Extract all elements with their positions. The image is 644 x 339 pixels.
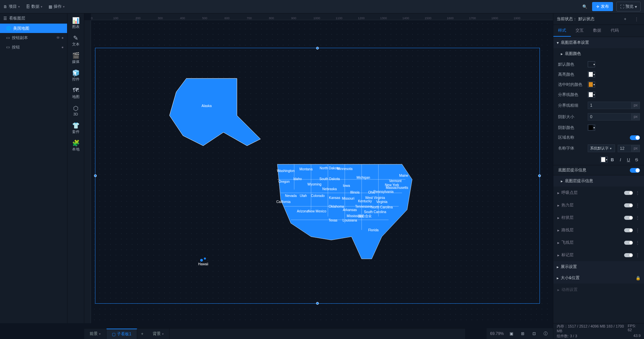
state-label: Florida [368, 228, 379, 232]
add-state-button[interactable]: ＋ [621, 15, 629, 23]
font-color-picker[interactable]: ▾ [600, 157, 608, 163]
color-picker-border[interactable]: ▾ [588, 92, 595, 98]
menu-project[interactable]: 🗎 项目 ▾ [3, 4, 20, 9]
layer-more-button[interactable]: ⋮ [636, 191, 640, 195]
section-base-color[interactable]: ▸ 底图颜色 [553, 48, 644, 59]
tooltip-toggle[interactable] [630, 168, 640, 173]
usa-map[interactable]: Alaska Washington Montana North Dakota M… [95, 48, 540, 304]
selection-bounds[interactable]: Alaska Washington Montana North Dakota M… [95, 48, 540, 304]
publish-button[interactable]: ✈ 发布 [592, 2, 613, 11]
layer-more-button[interactable]: ⋮ [636, 253, 640, 258]
font-size-input[interactable] [618, 145, 632, 152]
tab-interact[interactable]: 交互 [571, 25, 588, 37]
layer-item-usa-map[interactable]: 🌐美国地图 [0, 24, 67, 33]
layers-icon: ☰ [3, 16, 7, 21]
layer-toggle-label: 路线层 [561, 227, 574, 233]
area-name-toggle[interactable] [630, 135, 640, 140]
border-width-input[interactable] [588, 102, 632, 109]
state-label-alaska: Alaska [202, 104, 212, 108]
prop-label: 名称字体 [558, 145, 585, 151]
underline-button[interactable]: U [625, 156, 632, 163]
layout-icon[interactable]: ⊡ [530, 330, 538, 338]
ruler-horizontal: 0100200300400500600700800900100011001200… [91, 13, 553, 20]
section-base-settings[interactable]: ▾ 底图层基本设置 [553, 37, 644, 48]
layer-toggle-1[interactable]: ▸热力层⋮ [553, 199, 644, 211]
section-display[interactable]: ▸ 展示设置 [553, 261, 644, 272]
section-tooltip[interactable]: ▸ 底图层提示信息 [553, 175, 644, 187]
font-value: 系统默认字 [590, 146, 609, 151]
search-button[interactable]: 🔍 [581, 3, 589, 11]
tab-data[interactable]: 数据 [588, 25, 606, 37]
layer-toggle-2[interactable]: ▸柱状层⋮ [553, 211, 644, 224]
layer-more-button[interactable]: ⋮ [636, 215, 640, 220]
tab-back[interactable]: 背景▾ [147, 329, 170, 339]
properties-scroll[interactable]: ▾ 底图层基本设置 ▸ 底图颜色 默认颜色 ▾ 高亮颜色 ▾ 选中时的颜色 [553, 37, 644, 323]
tool-media[interactable]: 🎬媒体 [69, 50, 83, 66]
add-tab-button[interactable]: ＋ [137, 331, 147, 337]
layer-more-button[interactable]: ⋮ [636, 203, 640, 208]
ruler-mark: 500 [202, 16, 207, 20]
tab-front[interactable]: 前景▾ [84, 329, 106, 339]
tool-text[interactable]: ✎文本 [69, 33, 83, 48]
lock-icon[interactable]: 🔒 [636, 276, 641, 280]
section-animation[interactable]: ▸动画设置 [553, 283, 644, 296]
layer-toggle-label: 标记层 [561, 252, 574, 258]
color-picker-default[interactable]: ▾ [588, 61, 595, 67]
italic-button[interactable]: I [617, 156, 624, 163]
tab-style[interactable]: 样式 [553, 25, 571, 37]
info-icon[interactable]: ⓘ [542, 330, 550, 338]
layer-item-button-copy[interactable]: ▭按钮副本 👁● [0, 33, 67, 42]
layer-toggle-0[interactable]: ▸呼吸点层⋮ [553, 187, 644, 199]
canvas-inner[interactable]: Alaska Washington Montana North Dakota M… [92, 21, 552, 323]
tool-chart[interactable]: 📊图表 [69, 15, 83, 31]
dot-icon[interactable]: ● [61, 45, 64, 49]
layer-visibility-toggle[interactable] [624, 253, 633, 257]
state-hawaii-2[interactable] [204, 258, 206, 260]
chevron-down-icon: ▾ [593, 73, 595, 76]
layer-visibility-toggle[interactable] [624, 241, 633, 245]
tab-sub-panel[interactable]: ▢子看板1 [106, 329, 137, 339]
font-select[interactable]: 系统默认字▾ [588, 144, 615, 152]
state-hawaii[interactable] [200, 259, 203, 262]
layer-toggle-3[interactable]: ▸路线层⋮ [553, 224, 644, 236]
fit-icon[interactable]: ▣ [507, 330, 515, 338]
layer-visibility-toggle[interactable] [624, 203, 633, 207]
layer-toggle-5[interactable]: ▸标记层⋮ [553, 249, 644, 261]
ruler-mark: 400 [180, 16, 185, 20]
layer-visibility-toggle[interactable] [624, 228, 633, 232]
state-label: Pennsylvania [373, 190, 394, 194]
color-picker-shadow[interactable]: ▾ [588, 125, 595, 131]
comp-label: 组件数: [557, 334, 569, 338]
menu-operate[interactable]: ▦ 操作 ▾ [49, 4, 65, 9]
layer-visibility-toggle[interactable] [624, 216, 633, 220]
preview-button[interactable]: ⛶ 预览 ▾ [616, 2, 641, 11]
search-icon: 🔍 [582, 4, 587, 9]
bold-button[interactable]: B [609, 156, 616, 163]
layer-more-button[interactable]: ⋮ [636, 240, 640, 245]
layer-toggle-4[interactable]: ▸飞线层⋮ [553, 236, 644, 249]
layer-item-button[interactable]: ▭按钮 ● [0, 42, 67, 52]
state-more-button[interactable]: ⋮ [633, 15, 641, 23]
tool-local[interactable]: 🧩本地 [69, 138, 83, 154]
layer-visibility-toggle[interactable] [624, 191, 633, 195]
dot-icon[interactable]: ● [61, 36, 64, 40]
strike-button[interactable]: S [633, 156, 640, 163]
state-alaska[interactable] [170, 78, 260, 146]
tab-code[interactable]: 代码 [606, 25, 623, 37]
canvas[interactable]: 0100200300400500600700800900100011001200… [84, 13, 553, 323]
state-label: Tennessee [355, 205, 372, 208]
tool-map[interactable]: 🗺地图 [69, 86, 83, 101]
color-picker-highlight[interactable]: ▾ [588, 71, 595, 77]
tool-control[interactable]: 🧊控件 [69, 68, 83, 83]
grid-icon[interactable]: ⊞ [519, 330, 527, 338]
eye-icon[interactable]: 👁 [56, 36, 60, 40]
tool-3d[interactable]: ⬡3D [69, 103, 83, 118]
send-icon: ✈ [596, 4, 600, 9]
section-size[interactable]: ▸ 大小&位置 🔒 [553, 272, 644, 283]
tool-kit[interactable]: 👕套件 [69, 121, 83, 136]
color-picker-selected[interactable]: ▾ [588, 81, 595, 88]
menu-data[interactable]: 🗄 数据 ▾ [26, 4, 42, 9]
shadow-size-input[interactable] [588, 113, 632, 121]
layer-more-button[interactable]: ⋮ [636, 228, 640, 233]
ruler-mark: 1000 [313, 16, 320, 20]
